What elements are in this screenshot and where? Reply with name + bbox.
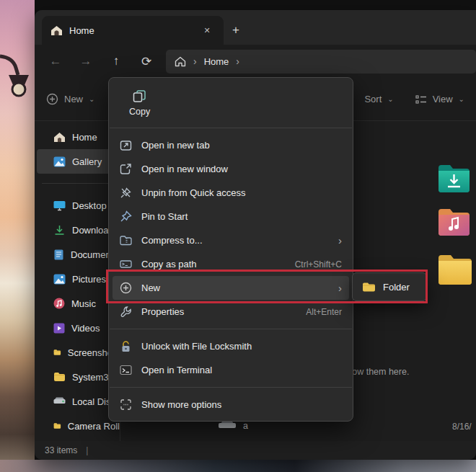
- folder-icon: [362, 282, 376, 293]
- copy-icon: [133, 89, 146, 103]
- toolbar-sort-label: Sort: [364, 94, 382, 104]
- pin-icon: [120, 210, 132, 223]
- submenu-item-folder[interactable]: Folder: [383, 282, 410, 293]
- sidebar-item-pictures[interactable]: Pictures: [35, 267, 120, 291]
- copy-as-path-icon: [120, 259, 132, 270]
- desktop-wallpaper: [0, 0, 35, 472]
- forward-icon[interactable]: →: [71, 48, 101, 74]
- show-more-options-icon: [120, 398, 132, 411]
- folder-icon: [53, 372, 66, 382]
- submenu-chevron-icon: ›: [338, 234, 342, 246]
- downloads-icon: [53, 225, 66, 236]
- menu-divider: [110, 128, 352, 128]
- home-tab-icon: [50, 25, 63, 36]
- breadcrumb-chevron-icon[interactable]: ›: [236, 55, 239, 67]
- open-new-window-icon: [120, 163, 132, 175]
- new-tab-button[interactable]: +: [224, 16, 248, 45]
- menu-item-unpin-from-quick-access[interactable]: Unpin from Quick access: [113, 181, 349, 205]
- menu-item-open-in-terminal[interactable]: Open in Terminal: [113, 358, 349, 382]
- up-icon[interactable]: ↑: [101, 48, 131, 74]
- breadcrumb-home-label[interactable]: Home: [204, 56, 229, 67]
- status-bar: 33 items |: [35, 441, 476, 460]
- terminal-icon: [120, 365, 132, 375]
- toolbar-view-label: View: [433, 94, 453, 104]
- tab-home[interactable]: Home ✕: [42, 16, 224, 45]
- music-folder-icon[interactable]: [437, 207, 471, 237]
- tab-close-icon[interactable]: ✕: [199, 22, 215, 38]
- sidebar-item-music[interactable]: Music: [35, 291, 120, 316]
- desktop-wallpaper-bottom: [0, 460, 476, 472]
- context-menu: Copy Open in new tab Open in new window …: [108, 77, 353, 422]
- chevron-down-icon: ⌄: [387, 95, 393, 103]
- sidebar-divider: [42, 183, 113, 184]
- status-divider: |: [86, 445, 88, 455]
- sidebar-item-gallery[interactable]: Gallery: [37, 149, 118, 174]
- gallery-icon: [53, 156, 66, 167]
- menu-item-open-in-new-tab[interactable]: Open in new tab: [113, 133, 349, 157]
- toolbar-sort-button[interactable]: Sort ⌄: [364, 94, 393, 104]
- sidebar-item-home[interactable]: Home: [35, 125, 120, 149]
- sidebar-item-videos[interactable]: Videos: [35, 316, 120, 340]
- menu-item-open-in-new-window[interactable]: Open in new window: [113, 157, 349, 181]
- sidebar-item-desktop[interactable]: Desktop: [35, 193, 120, 218]
- new-submenu: Folder: [352, 272, 427, 301]
- lock-icon: [120, 340, 131, 352]
- menu-item-new[interactable]: New ›: [113, 276, 349, 300]
- drive-icon: [53, 396, 66, 406]
- menu-item-pin-to-start[interactable]: Pin to Start: [113, 205, 349, 228]
- navigation-bar: ← → ↑ ⟳ › Home ›: [35, 45, 476, 78]
- file-a-date: 8/16/: [452, 422, 472, 432]
- toolbar-new-button[interactable]: New ⌄: [46, 93, 94, 105]
- shortcut-label: Ctrl+Shift+C: [295, 259, 342, 270]
- chevron-down-icon: ⌄: [459, 95, 464, 103]
- file-a-label[interactable]: a: [243, 421, 248, 431]
- street-lamp-graphic: [0, 43, 35, 159]
- unpin-icon: [120, 187, 132, 199]
- open-new-tab-icon: [120, 139, 132, 151]
- menu-item-properties[interactable]: Properties Alt+Enter: [113, 300, 349, 324]
- compress-folder-icon: [120, 235, 132, 246]
- copy-label: Copy: [129, 107, 150, 117]
- sidebar-item-camera-roll[interactable]: Camera Roll: [35, 414, 120, 438]
- sidebar-item-downloads[interactable]: Downloads: [35, 218, 120, 242]
- menu-divider: [110, 329, 352, 329]
- music-icon: [53, 298, 65, 309]
- copy-button[interactable]: Copy: [123, 86, 156, 120]
- folder-icon: [53, 347, 61, 357]
- folder-icon: [53, 421, 61, 431]
- refresh-icon[interactable]: ⟳: [131, 48, 162, 74]
- shortcut-label: Alt+Enter: [306, 307, 342, 317]
- tab-bar: Home ✕ +: [35, 10, 476, 45]
- videos-icon: [53, 323, 65, 334]
- new-circle-plus-icon: [120, 282, 132, 294]
- yellow-folder-icon[interactable]: [437, 253, 473, 286]
- sidebar-item-local-disk[interactable]: Local Disk: [35, 389, 120, 414]
- sidebar-item-system32[interactable]: System32: [35, 365, 120, 389]
- menu-item-compress-to[interactable]: Compress to... ›: [113, 228, 349, 252]
- chevron-down-icon: ⌄: [89, 95, 94, 103]
- toolbar-view-button[interactable]: View ⌄: [415, 94, 464, 104]
- menu-divider: [110, 387, 352, 388]
- new-circle-plus-icon: [46, 93, 58, 105]
- back-icon[interactable]: ←: [40, 48, 71, 74]
- address-breadcrumb[interactable]: › Home ›: [166, 50, 476, 74]
- view-list-icon: [415, 94, 427, 104]
- sidebar-item-screenshots[interactable]: Screenshots: [35, 340, 120, 365]
- items-count: 33 items: [45, 445, 77, 455]
- tab-title: Home: [69, 25, 94, 36]
- sidebar-item-documents[interactable]: Documents: [35, 242, 120, 267]
- menu-item-show-more-options[interactable]: Show more options: [113, 393, 349, 417]
- breadcrumb-home-icon: [175, 56, 186, 67]
- breadcrumb-chevron-icon: ›: [193, 55, 197, 67]
- submenu-chevron-icon: ›: [338, 282, 342, 294]
- properties-wrench-icon: [120, 306, 132, 318]
- toolbar-new-label: New: [64, 94, 83, 104]
- desktop-icon: [53, 200, 66, 211]
- menu-item-unlock-file-locksmith[interactable]: Unlock with File Locksmith: [113, 334, 349, 358]
- menu-item-copy-as-path[interactable]: Copy as path Ctrl+Shift+C: [113, 252, 349, 276]
- pictures-icon: [53, 274, 66, 285]
- home-icon: [53, 132, 66, 143]
- documents-icon: [53, 249, 64, 260]
- downloads-folder-icon[interactable]: [437, 164, 471, 192]
